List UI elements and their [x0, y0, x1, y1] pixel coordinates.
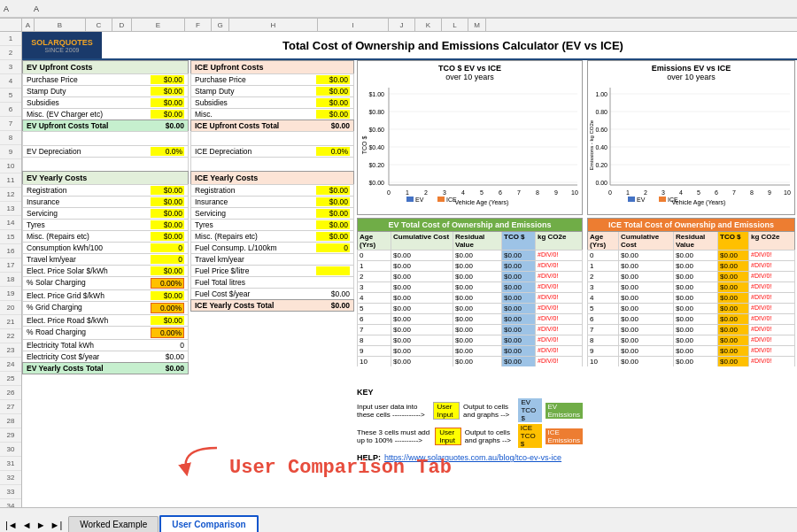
tab-worked-example[interactable]: Worked Example — [68, 516, 159, 532]
ev-insurance-value[interactable]: $0.00 — [151, 197, 184, 206]
ev-tco-cell-residual: $0.00 — [453, 346, 502, 356]
ev-solar-price-label: Elect. Price Solar $/kWh — [27, 266, 108, 275]
ice-fuelconsump-value[interactable]: 0 — [316, 243, 350, 252]
ev-tco-cell-age: 0 — [358, 251, 391, 260]
ev-blank-row2 — [22, 157, 189, 171]
ev-grid-pct-value[interactable]: 0.00% — [151, 303, 184, 313]
svg-text:10: 10 — [571, 189, 578, 196]
ev-solar-pct-row: % Solar Charging 0.00% — [22, 276, 189, 289]
nav-last-arrow[interactable]: ►| — [49, 518, 65, 532]
ev-elec-cost-value: $0.00 — [166, 352, 184, 361]
ice-tco-rows: 0 $0.00 $0.00 $0.00 #DIV/0! 1 $0.00 $0.0… — [587, 250, 795, 366]
ice-servicing-value[interactable]: $0.00 — [316, 209, 350, 218]
ice-misc2-label: Misc. (Repairs etc) — [195, 232, 258, 241]
nav-prev-arrow[interactable]: ◄ — [20, 518, 34, 532]
ev-subsidies-label: Subsidies — [27, 98, 59, 107]
ev-subsidies-value[interactable]: $0.00 — [151, 98, 184, 107]
ev-yearly-header: EV Yearly Costs — [22, 171, 189, 184]
nav-first-arrow[interactable]: |◄ — [4, 518, 19, 532]
svg-text:0.60: 0.60 — [595, 127, 607, 133]
ev-misc2-value[interactable]: $0.00 — [151, 232, 184, 241]
ice-tco-cell-co2: #DIV/0! — [749, 325, 785, 335]
ice-tco-cell-co2: #DIV/0! — [749, 346, 785, 356]
toolbar: A A — [0, 0, 797, 18]
ev-solar-price-value[interactable]: $0.00 — [151, 266, 184, 275]
annotation-container: User Comparison Tab — [173, 443, 452, 479]
ev-tyres-value[interactable]: $0.00 — [151, 220, 184, 229]
tab-user-comparison[interactable]: User Comparison — [159, 515, 258, 532]
ice-upfront-section: ICE Upfront Costs Purchase Price $0.00 S… — [190, 60, 354, 312]
ice-insurance-value[interactable]: $0.00 — [316, 197, 350, 206]
ev-tco-cell-cumcost: $0.00 — [391, 304, 453, 313]
ev-road-pct-value[interactable]: 0.00% — [151, 328, 184, 338]
ev-tco-cell-co2: #DIV/0! — [536, 293, 576, 303]
svg-text:TCO $: TCO $ — [361, 136, 368, 155]
ice-tco-table-row: 5 $0.00 $0.00 $0.00 #DIV/0! — [587, 303, 795, 313]
ev-solar-pct-value[interactable]: 0.00% — [151, 278, 184, 289]
ev-travel-value[interactable]: 0 — [151, 255, 184, 264]
row-30: 30 — [0, 443, 21, 457]
ev-misc-value[interactable]: $0.00 — [151, 110, 184, 119]
key-ice-emissions-label: ICE Emissions — [546, 428, 583, 444]
row-11: 11 — [0, 173, 21, 188]
ice-tco-cell-co2: #DIV/0! — [749, 272, 785, 281]
ev-tco-table-row: 1 $0.00 $0.00 $0.00 #DIV/0! — [357, 260, 583, 271]
ice-stampduty-value[interactable]: $0.00 — [316, 87, 350, 96]
ev-grid-pct-label: % Grid Charging — [27, 303, 82, 313]
ev-yearly-total-label: EV Yearly Costs Total — [27, 364, 104, 373]
ev-tco-cell-co2: #DIV/0! — [536, 346, 576, 356]
ice-tco-cell-residual: $0.00 — [674, 282, 718, 292]
ev-consumption-value[interactable]: 0 — [151, 243, 184, 252]
ev-grid-price-row: Elect. Price Grid $/kWh $0.00 — [22, 289, 189, 301]
ev-upfront-header: EV Upfront Costs — [22, 60, 189, 73]
ice-tco-cell-age: 7 — [588, 325, 619, 335]
ice-purchase-value[interactable]: $0.00 — [316, 75, 350, 84]
ev-depreciation-value[interactable]: 0.0% — [151, 147, 184, 156]
ev-consumption-row: Consumption kWh/100 0 — [22, 242, 189, 253]
ev-tco-cell-co2: #DIV/0! — [536, 272, 576, 281]
row-4: 4 — [0, 74, 21, 89]
ev-reg-value[interactable]: $0.00 — [151, 186, 184, 195]
ice-tco-cell-tco: $0.00 — [718, 282, 749, 292]
svg-text:1.00: 1.00 — [595, 91, 607, 97]
ice-subsidies-value[interactable]: $0.00 — [316, 98, 350, 107]
ice-reg-value[interactable]: $0.00 — [316, 186, 350, 195]
ev-tco-cell-cumcost: $0.00 — [391, 346, 453, 356]
svg-text:$0.20: $0.20 — [368, 162, 384, 168]
ice-depreciation-value[interactable]: 0.0% — [316, 147, 350, 156]
ice-tco-table-row: 6 $0.00 $0.00 $0.00 #DIV/0! — [587, 313, 795, 324]
ice-tco-cell-residual: $0.00 — [674, 304, 718, 313]
ev-tco-cell-age: 7 — [358, 325, 391, 335]
ice-tyres-value[interactable]: $0.00 — [316, 220, 350, 229]
row-32: 32 — [0, 471, 21, 485]
ev-tco-table-row: 2 $0.00 $0.00 $0.00 #DIV/0! — [357, 271, 583, 281]
ice-tco-col-age: Age (Yrs) — [588, 232, 619, 250]
ev-grid-price-value[interactable]: $0.00 — [151, 291, 184, 300]
ev-tco-cell-tco: $0.00 — [502, 335, 536, 345]
svg-text:EV: EV — [637, 197, 646, 203]
row-13: 13 — [0, 202, 21, 216]
ice-tco-cell-residual: $0.00 — [674, 261, 718, 271]
ice-tco-cell-tco: $0.00 — [718, 251, 749, 260]
ice-tco-table-row: 8 $0.00 $0.00 $0.00 #DIV/0! — [587, 335, 795, 345]
main-content: 1 2 3 4 5 6 7 8 9 10 11 12 13 14 15 16 1… — [0, 32, 797, 507]
ev-tco-cell-age: 1 — [358, 261, 391, 271]
ev-purchase-value[interactable]: $0.00 — [151, 75, 184, 84]
svg-text:0: 0 — [608, 189, 612, 196]
ev-tco-cell-cumcost: $0.00 — [391, 357, 453, 366]
nav-arrows: |◄ ◄ ► ►| — [4, 518, 64, 532]
ice-misc-value[interactable]: $0.00 — [316, 110, 350, 119]
ev-tco-table-row: 7 $0.00 $0.00 $0.00 #DIV/0! — [357, 324, 583, 335]
nav-next-arrow[interactable]: ► — [35, 518, 48, 532]
ice-fuelprice-value[interactable] — [316, 266, 350, 275]
ice-misc2-value[interactable]: $0.00 — [316, 232, 350, 241]
ev-road-price-value[interactable]: $0.00 — [151, 316, 184, 325]
ice-upfront-total-label: ICE Upfront Costs Total — [195, 121, 279, 130]
ev-servicing-value[interactable]: $0.00 — [151, 209, 184, 218]
row-25: 25 — [0, 372, 21, 386]
ev-tco-col-residual: Residual Value — [453, 232, 502, 250]
header-row: SOLARQUOTES SINCE 2009 Total Cost of Own… — [22, 32, 797, 60]
ice-tco-cell-co2: #DIV/0! — [749, 251, 785, 260]
ev-stampduty-value[interactable]: $0.00 — [151, 87, 184, 96]
svg-text:ICE: ICE — [668, 197, 678, 203]
